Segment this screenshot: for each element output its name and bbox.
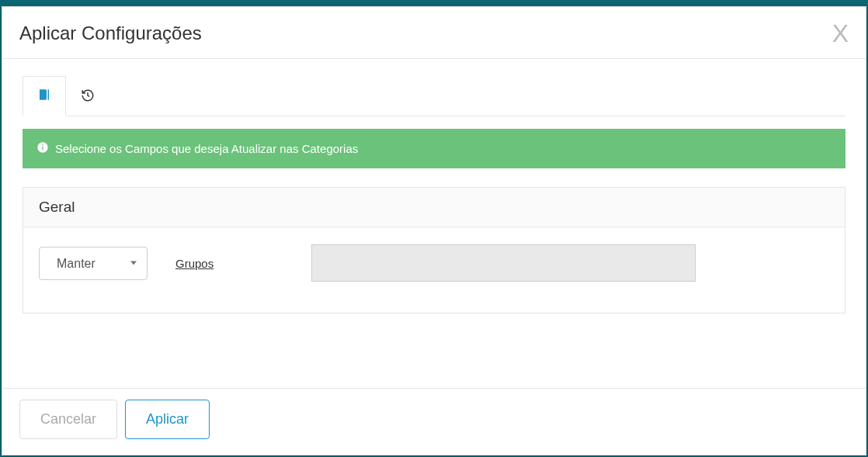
tab-main[interactable] — [23, 76, 66, 116]
modal-title: Aplicar Configurações — [19, 23, 202, 44]
modal-body: Selecione os Campos que deseja Atualizar… — [2, 59, 866, 388]
tab-history[interactable] — [66, 76, 109, 116]
groups-label[interactable]: Grupos — [175, 257, 214, 270]
groups-input[interactable] — [311, 244, 696, 282]
modal-header: Aplicar Configurações X — [2, 7, 866, 59]
action-select[interactable]: Manter — [39, 247, 148, 280]
apply-settings-modal: Aplicar Configurações X Selecione os Cam… — [2, 6, 866, 455]
modal-footer: Cancelar Aplicar — [2, 388, 866, 455]
cancel-button[interactable]: Cancelar — [19, 400, 117, 439]
svg-rect-2 — [42, 144, 43, 145]
history-icon — [81, 88, 95, 106]
book-icon — [37, 88, 51, 105]
alert-message: Selecione os Campos que deseja Atualizar… — [55, 142, 358, 155]
panel-body: Manter Grupos — [23, 227, 845, 313]
alert-icon — [36, 141, 49, 156]
action-select-wrap: Manter — [39, 247, 148, 280]
svg-rect-1 — [42, 147, 43, 151]
apply-button[interactable]: Aplicar — [125, 400, 210, 439]
general-panel: Geral Manter Grupos — [23, 187, 845, 313]
tabs — [23, 76, 845, 116]
panel-title: Geral — [39, 199, 829, 216]
panel-header: Geral — [23, 188, 845, 227]
close-button[interactable]: X — [832, 21, 849, 46]
info-alert: Selecione os Campos que deseja Atualizar… — [23, 129, 845, 168]
